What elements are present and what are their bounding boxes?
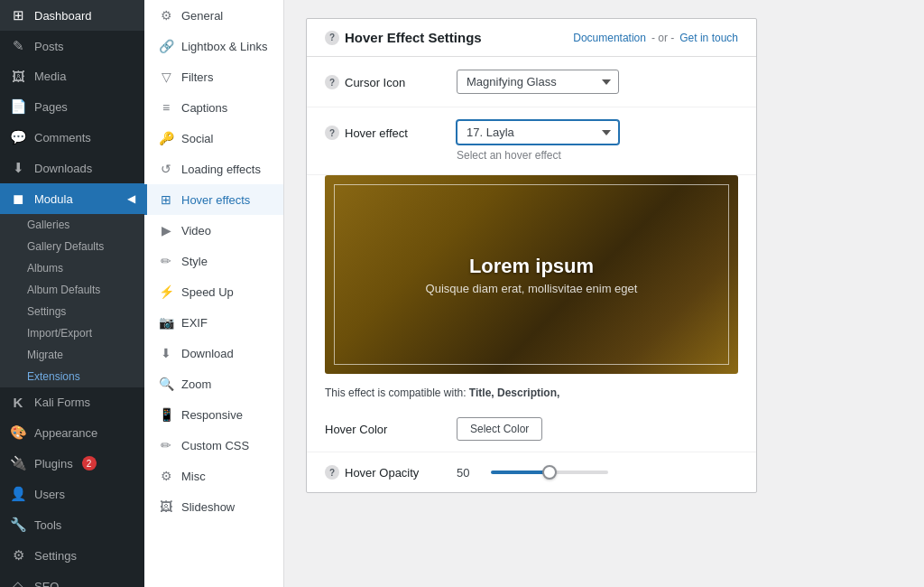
preview-image: Lorem ipsum Quisque diam erat, mollisvit… bbox=[325, 175, 738, 374]
nav-speed-up[interactable]: ⚡ Speed Up bbox=[144, 276, 283, 307]
submenu-album-defaults[interactable]: Album Defaults bbox=[0, 279, 144, 301]
sidebar-label-plugins: Plugins bbox=[34, 457, 73, 471]
sidebar-item-users[interactable]: 👤 Users bbox=[0, 479, 144, 509]
title-help-icon[interactable]: ? bbox=[325, 31, 339, 45]
sidebar-label-media: Media bbox=[34, 70, 66, 83]
sidebar-item-modula[interactable]: ◼ Modula ◀ bbox=[0, 183, 144, 214]
nav-video[interactable]: ▶ Video bbox=[144, 215, 283, 246]
sidebar-item-tools[interactable]: 🔧 Tools bbox=[0, 509, 144, 540]
sidebar-label-downloads: Downloads bbox=[34, 162, 92, 175]
seo-icon: ◇ bbox=[9, 578, 27, 587]
main-content: ? Hover Effect Settings Documentation - … bbox=[284, 0, 924, 587]
nav-style[interactable]: ✏ Style bbox=[144, 246, 283, 276]
nav-style-label: Style bbox=[181, 255, 208, 268]
sidebar-item-comments[interactable]: 💬 Comments bbox=[0, 122, 144, 153]
hover-opacity-row: ? Hover Opacity 50 bbox=[307, 452, 756, 492]
sidebar-item-media[interactable]: 🖼 Media bbox=[0, 61, 144, 91]
sidebar-item-appearance[interactable]: 🎨 Appearance bbox=[0, 417, 144, 448]
preview-box: Lorem ipsum Quisque diam erat, mollisvit… bbox=[325, 175, 738, 374]
posts-icon: ✎ bbox=[9, 38, 27, 54]
preview-title: Lorem ipsum bbox=[426, 255, 638, 278]
nav-speed-up-label: Speed Up bbox=[181, 285, 234, 299]
sidebar-item-kali-forms[interactable]: K Kali Forms bbox=[0, 387, 144, 417]
settings-main-icon: ⚙ bbox=[9, 547, 27, 564]
preview-text: Lorem ipsum Quisque diam erat, mollisvit… bbox=[426, 255, 638, 295]
submenu-extensions[interactable]: Extensions bbox=[0, 366, 144, 387]
lightbox-icon: 🔗 bbox=[158, 39, 174, 53]
hover-effect-select[interactable]: 1. Default 2. Moses 17. Layla bbox=[457, 120, 619, 144]
nav-exif[interactable]: 📷 EXIF bbox=[144, 307, 283, 338]
captions-icon: ≡ bbox=[158, 100, 174, 115]
sidebar-label-seo: SEO bbox=[34, 580, 59, 588]
sidebar-item-dashboard[interactable]: ⊞ Dashboard bbox=[0, 0, 144, 31]
cursor-help-icon[interactable]: ? bbox=[325, 75, 339, 89]
submenu-settings[interactable]: Settings bbox=[0, 301, 144, 322]
nav-hover-effects[interactable]: ⊞ Hover effects bbox=[144, 184, 283, 215]
modula-arrow: ◀ bbox=[127, 192, 135, 205]
sidebar-item-seo[interactable]: ◇ SEO bbox=[0, 571, 144, 587]
sidebar-label-appearance: Appearance bbox=[34, 426, 97, 440]
nav-download-label: Download bbox=[181, 347, 234, 360]
nav-loading-label: Loading effects bbox=[181, 163, 261, 176]
header-links: Documentation - or - Get in touch bbox=[573, 32, 738, 44]
opacity-slider[interactable] bbox=[491, 471, 608, 474]
sidebar-item-downloads[interactable]: ⬇ Downloads bbox=[0, 153, 144, 183]
nav-general[interactable]: ⚙ General bbox=[144, 0, 283, 31]
sidebar-item-settings-main[interactable]: ⚙ Settings bbox=[0, 540, 144, 571]
submenu-albums[interactable]: Albums bbox=[0, 257, 144, 279]
responsive-icon: 📱 bbox=[158, 407, 174, 422]
hover-effect-row: ? Hover effect 1. Default 2. Moses 17. L… bbox=[307, 107, 756, 175]
video-icon: ▶ bbox=[158, 223, 174, 238]
nav-zoom[interactable]: 🔍 Zoom bbox=[144, 368, 283, 399]
slideshow-icon: 🖼 bbox=[158, 499, 174, 514]
nav-misc[interactable]: ⚙ Misc bbox=[144, 461, 283, 491]
submenu-import-export[interactable]: Import/Export bbox=[0, 322, 144, 344]
filters-icon: ▽ bbox=[158, 70, 174, 84]
sidebar-item-posts[interactable]: ✎ Posts bbox=[0, 31, 144, 61]
hover-effect-help-icon[interactable]: ? bbox=[325, 126, 339, 140]
nav-loading-effects[interactable]: ↺ Loading effects bbox=[144, 154, 283, 184]
hover-opacity-label-area: ? Hover Opacity bbox=[325, 465, 442, 480]
nav-captions[interactable]: ≡ Captions bbox=[144, 92, 283, 123]
zoom-icon: 🔍 bbox=[158, 377, 174, 391]
kali-forms-icon: K bbox=[9, 395, 27, 410]
get-in-touch-link[interactable]: Get in touch bbox=[679, 32, 738, 44]
pages-icon: 📄 bbox=[9, 98, 27, 115]
nav-social-label: Social bbox=[181, 132, 213, 145]
submenu-gallery-defaults[interactable]: Gallery Defaults bbox=[0, 236, 144, 257]
nav-filters[interactable]: ▽ Filters bbox=[144, 61, 283, 92]
comments-icon: 💬 bbox=[9, 129, 27, 145]
hover-effect-hint: Select an hover effect bbox=[457, 149, 738, 162]
plugins-badge: 2 bbox=[82, 456, 97, 471]
select-color-button[interactable]: Select Color bbox=[457, 417, 542, 441]
exif-icon: 📷 bbox=[158, 315, 174, 330]
nav-slideshow[interactable]: 🖼 Slideshow bbox=[144, 491, 283, 522]
nav-lightbox-links[interactable]: 🔗 Lightbox & Links bbox=[144, 31, 283, 61]
general-icon: ⚙ bbox=[158, 8, 174, 23]
sidebar-item-pages[interactable]: 📄 Pages bbox=[0, 91, 144, 122]
sidebar-label-comments: Comments bbox=[34, 131, 91, 144]
preview-compat: This effect is compatible with: Title, D… bbox=[325, 387, 738, 406]
page-title: Hover Effect Settings bbox=[345, 30, 482, 45]
preview-subtitle: Quisque diam erat, mollisvitae enim eget bbox=[426, 282, 638, 295]
opacity-help-icon[interactable]: ? bbox=[325, 465, 339, 480]
nav-captions-label: Captions bbox=[181, 101, 227, 115]
nav-hover-label: Hover effects bbox=[181, 193, 250, 207]
cursor-icon-select[interactable]: Magnifying Glass Plus Arrow Pointer bbox=[457, 70, 619, 94]
documentation-link[interactable]: Documentation bbox=[573, 32, 646, 44]
plugins-icon: 🔌 bbox=[9, 455, 27, 471]
nav-responsive[interactable]: 📱 Responsive bbox=[144, 399, 283, 430]
nav-misc-label: Misc bbox=[181, 470, 206, 483]
sidebar-item-plugins[interactable]: 🔌 Plugins 2 bbox=[0, 448, 144, 479]
nav-video-label: Video bbox=[181, 224, 211, 238]
nav-social[interactable]: 🔑 Social bbox=[144, 123, 283, 154]
nav-download[interactable]: ⬇ Download bbox=[144, 338, 283, 368]
sidebar-label-users: Users bbox=[34, 488, 65, 501]
opacity-control: 50 bbox=[457, 466, 608, 480]
sub-sidebar: ⚙ General 🔗 Lightbox & Links ▽ Filters ≡… bbox=[144, 0, 284, 587]
nav-custom-css[interactable]: ✏ Custom CSS bbox=[144, 430, 283, 461]
submenu-migrate[interactable]: Migrate bbox=[0, 344, 144, 366]
settings-title-area: ? Hover Effect Settings bbox=[325, 30, 482, 45]
submenu-galleries[interactable]: Galleries bbox=[0, 214, 144, 236]
hover-effect-control: 1. Default 2. Moses 17. Layla Select an … bbox=[457, 120, 738, 162]
